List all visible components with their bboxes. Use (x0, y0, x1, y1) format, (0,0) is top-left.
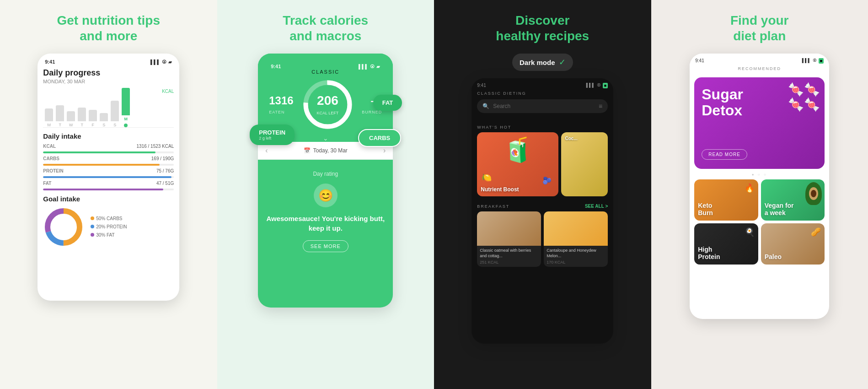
panel1-title: Get nutrition tips and more (57, 13, 160, 43)
intake-label-protein: PROTEIN (43, 168, 63, 173)
protein-pill-label: PROTEIN (259, 129, 285, 136)
intake-value-kcal: 1316 / 1523 KCAL (137, 144, 174, 149)
carousel-dots: ● ○ ○ (690, 173, 829, 177)
sugar-detox-card[interactable]: 🍬🍬🍬🍬 SugarDetox READ MORE (694, 77, 825, 169)
p2-time: 9:41 (271, 64, 281, 69)
bar-M1: M (45, 108, 53, 127)
left-arrow-icon[interactable]: ‹ (265, 146, 268, 155)
recipes-grid: 🧃 🍋 🫐 Nutrient Boost Coc... (472, 132, 613, 196)
dark-search-bar[interactable]: 🔍 Search ≡ (477, 99, 608, 113)
calendar-icon: 📅 (304, 147, 311, 154)
search-icon: 🔍 (482, 103, 489, 109)
p4-battery-icon: ■ (819, 58, 824, 64)
phone-mockup-4: 9:41 ▌▌▌ ⦿ ■ RECOMMENDED 🍬🍬🍬🍬 SugarDetox… (690, 54, 829, 319)
breakfast-card-oatmeal[interactable]: Classic oatmeal with berries and cottag.… (477, 211, 541, 266)
bar-fill (45, 108, 53, 121)
bar-label: T (59, 123, 62, 127)
oatmeal-name: Classic oatmeal with berries and cottag.… (480, 248, 538, 259)
avocado-icon (805, 182, 822, 205)
blueberry-icon: 🫐 (542, 176, 552, 185)
diet-card-protein[interactable]: 🍳 HighProtein (694, 223, 758, 265)
eaten-label: EATEN (269, 110, 284, 114)
melon-image (544, 211, 608, 246)
p4-status-bar: 9:41 ▌▌▌ ⦿ ■ (695, 58, 824, 64)
wifi-icon: ⦿ (162, 59, 166, 65)
legend-protein: 20% PROTEIN (91, 223, 127, 231)
skillet-icon: 🍳 (745, 227, 755, 237)
bar-label: W (69, 123, 73, 127)
goal-section: 50% CARBS 20% PROTEIN 30% FAT (43, 206, 174, 248)
recipe-card-nutrient-boost[interactable]: 🧃 🍋 🫐 Nutrient Boost (477, 132, 558, 196)
daily-intake-title: Daily intake (43, 132, 174, 140)
intake-label-fat: FAT (43, 181, 51, 186)
p4-status-icons: ▌▌▌ ⦿ ■ (802, 58, 824, 64)
melon-kcal: 170 KCAL (547, 260, 605, 265)
fat-pill: FAT (373, 95, 402, 111)
bar-label: M (48, 123, 51, 127)
panel2-title: Track calories and macros (283, 13, 368, 43)
p2-wifi-icon: ⦿ (370, 64, 375, 69)
rating-emoji-icon: 😊 (314, 184, 338, 207)
see-more-button[interactable]: SEE MORE (303, 240, 348, 252)
time-1: 9:41 (45, 59, 55, 65)
bottom-white-section: ‹ 📅 Today, 30 Mar › Day rating 😊 Awesome… (258, 142, 393, 263)
recipe-card-side[interactable]: Coc... (561, 132, 608, 196)
dark-signal-icon: ▌▌▌ (586, 83, 595, 88)
donut-chart (43, 206, 84, 248)
bar-label: S (113, 123, 116, 127)
read-more-button[interactable]: READ MORE (702, 149, 747, 160)
protein-title: HighProtein (698, 246, 720, 261)
intake-bar-kcal (43, 151, 174, 153)
drink-icon: 🧃 (503, 136, 533, 164)
read-more-area: READ MORE (702, 149, 817, 160)
intake-bar-fill-kcal (43, 151, 155, 153)
dark-section-title: CLASSIC DIETING (477, 91, 608, 96)
recipe-main-label: Nutrient Boost (481, 186, 519, 193)
phone-mockup-3: 9:41 ▌▌▌ ⦿ ■ CLASSIC DIETING 🔍 Search ≡ … (472, 78, 613, 344)
intake-value-carbs: 169 / 190G (151, 156, 174, 161)
kcal-label: KCAL (43, 89, 174, 94)
panel-track-calories: Track calories and macros 9:41 ▌▌▌ ⦿ ▰ C… (217, 0, 434, 389)
recipe-side-label: Coc... (561, 132, 608, 145)
dark-status-icons: ▌▌▌ ⦿ ■ (586, 83, 608, 88)
dark-mode-label: Dark mode (520, 59, 555, 66)
rating-text: Awesomesauce! You're kicking butt, keep … (265, 214, 386, 233)
day-rating-card: Day rating 😊 Awesomesauce! You're kickin… (258, 160, 393, 263)
legend-fat: 30% FAT (91, 231, 127, 239)
see-all-button[interactable]: SEE ALL > (585, 204, 608, 209)
almond-icon: 🥜 (811, 227, 821, 237)
diet-card-keto[interactable]: 🔥 KetoBurn (694, 179, 758, 221)
bar-label: T (81, 123, 84, 127)
breakfast-grid: Classic oatmeal with berries and cottag.… (472, 211, 613, 266)
protein-pill: PROTEIN 2 g left (250, 124, 295, 145)
status-icons-1: ▌▌▌ ⦿ ▰ (150, 59, 172, 65)
daily-progress-date: MONDAY, 30 MAR (43, 79, 174, 84)
breakfast-card-melon[interactable]: Cantaloupe and Honeydew Melon... 170 KCA… (544, 211, 608, 266)
bar-S2: S (111, 101, 119, 127)
diet-grid-row1: 🔥 KetoBurn Vegan fora week (690, 179, 829, 221)
legend-dot-protein (91, 225, 94, 228)
phone-mockup-2: 9:41 ▌▌▌ ⦿ ▰ CLASSIC 1316 EATEN (258, 54, 393, 308)
whats-hot-label: WHAT'S HOT (477, 125, 608, 130)
bar-fill (111, 101, 119, 121)
right-arrow-icon[interactable]: › (383, 146, 386, 155)
p4-signal-icon: ▌▌▌ (802, 58, 811, 64)
p2-signal-icon: ▌▌▌ (359, 64, 368, 69)
diet-card-paleo[interactable]: 🥜 Paleo (761, 223, 825, 265)
p2-status-icons: ▌▌▌ ⦿ ▰ (359, 64, 380, 69)
goal-intake-title: Goal intake (43, 195, 174, 203)
intake-row-carbs: CARBS 169 / 190G (43, 156, 174, 161)
bar-fill (100, 113, 108, 121)
oatmeal-image (477, 211, 541, 246)
macro-eaten-block: 1316 EATEN (269, 94, 293, 115)
melon-info: Cantaloupe and Honeydew Melon... 170 KCA… (544, 246, 608, 266)
intake-row-fat: FAT 47 / 51G (43, 181, 174, 186)
bar-fill-active (122, 88, 130, 115)
dark-battery-icon: ■ (603, 83, 608, 88)
goal-legend: 50% CARBS 20% PROTEIN 30% FAT (91, 215, 127, 239)
diet-card-vegan[interactable]: Vegan fora week (761, 179, 825, 221)
kcal-center: 206 KCAL LEFT (317, 93, 339, 116)
kcal-ring: 206 KCAL LEFT (301, 78, 354, 131)
bar-label: S (102, 123, 105, 127)
dark-status-bar: 9:41 ▌▌▌ ⦿ ■ (477, 83, 608, 88)
